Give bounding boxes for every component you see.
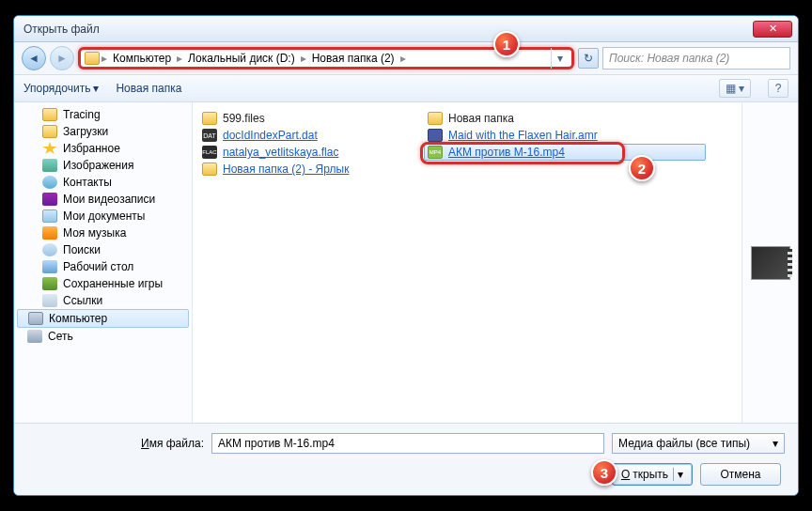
file-item-label: Maid with the Flaxen Hair.amr: [448, 129, 598, 142]
file-item-label: natalya_vetlitskaya.flac: [223, 146, 338, 159]
bottom-panel: Имя файла: Медиа файлы (все типы) ▾ 3 От…: [14, 423, 798, 495]
file-item[interactable]: 599.files: [198, 110, 424, 127]
sidebar-item[interactable]: Компьютер: [17, 309, 189, 328]
folder-icon: [85, 52, 100, 65]
back-button[interactable]: ◄: [22, 46, 46, 70]
dialog-body: TracingЗагрузкиИзбранноеИзображенияКонта…: [14, 102, 798, 423]
callout-3: 3: [591, 459, 617, 486]
filename-input[interactable]: [211, 433, 604, 454]
breadcrumb-item[interactable]: Локальный диск (D:): [184, 52, 299, 65]
open-button[interactable]: Открыть ▾: [612, 463, 693, 486]
sidebar-item-label: Tracing: [63, 108, 101, 121]
file-item-label: Новая папка: [448, 112, 514, 125]
file-item-label: АКМ против М-16.mp4: [448, 146, 565, 159]
sidebar-item[interactable]: Сохраненные игры: [14, 275, 192, 292]
titlebar[interactable]: Открыть файл ✕: [14, 16, 798, 42]
cancel-button[interactable]: Отмена: [700, 463, 781, 486]
sidebar-item-label: Моя музыка: [63, 226, 126, 240]
view-mode-button[interactable]: ▦ ▾: [719, 79, 751, 98]
chevron-right-icon[interactable]: ▸: [102, 52, 107, 65]
flac-icon: FLAC: [202, 146, 217, 159]
forward-button[interactable]: ►: [50, 46, 74, 70]
sidebar-item[interactable]: Поиски: [14, 241, 192, 258]
sidebar-item-label: Ссылки: [63, 294, 102, 307]
music-icon: [42, 226, 57, 240]
folder-icon: [202, 112, 217, 125]
doc-icon: [42, 209, 57, 223]
amr-icon: [428, 129, 443, 142]
sidebar-item[interactable]: Изображения: [14, 157, 192, 174]
close-button[interactable]: ✕: [753, 21, 792, 38]
file-item[interactable]: Новая папка (2) - Ярлык: [198, 161, 424, 178]
sidebar-item[interactable]: Избранное: [14, 140, 192, 157]
search-input[interactable]: Поиск: Новая папка (2): [602, 47, 790, 70]
refresh-button[interactable]: ↻: [578, 48, 599, 69]
net-icon: [27, 330, 42, 343]
folder-icon: [202, 163, 217, 176]
new-folder-button[interactable]: Новая папка: [116, 82, 181, 95]
folder-icon: [42, 125, 57, 138]
sidebar-item-label: Загрузки: [63, 125, 108, 138]
open-file-dialog: Открыть файл ✕ ◄ ► ▸ Компьютер ▸ Локальн…: [13, 15, 799, 496]
sidebar-item[interactable]: Рабочий стол: [14, 258, 192, 275]
sidebar-item-label: Сохраненные игры: [63, 277, 163, 290]
desk-icon: [42, 260, 57, 273]
sidebar-item-label: Рабочий стол: [63, 260, 133, 273]
chevron-right-icon[interactable]: ▸: [301, 52, 306, 65]
preview-pane: [742, 102, 798, 423]
sidebar[interactable]: TracingЗагрузкиИзбранноеИзображенияКонта…: [14, 102, 193, 423]
sidebar-item-label: Поиски: [63, 243, 101, 256]
vid-icon: [42, 193, 57, 206]
nav-row: ◄ ► ▸ Компьютер ▸ Локальный диск (D:) ▸ …: [14, 42, 798, 74]
sidebar-item-label: Контакты: [63, 176, 112, 189]
file-item[interactable]: DATdocIdIndexPart.dat: [198, 127, 424, 144]
chevron-right-icon[interactable]: ▸: [400, 52, 406, 65]
breadcrumb-item[interactable]: Новая папка (2): [308, 52, 398, 65]
file-item[interactable]: Новая папка: [424, 110, 706, 127]
file-list[interactable]: 599.filesDATdocIdIndexPart.datFLACnataly…: [193, 102, 742, 423]
game-icon: [42, 277, 57, 290]
filename-label: Имя файла:: [27, 437, 204, 450]
breadcrumb-item[interactable]: Компьютер: [109, 52, 175, 65]
sidebar-item[interactable]: Контакты: [14, 174, 192, 191]
sidebar-item-label: Изображения: [63, 159, 133, 172]
callout-2: 2: [629, 155, 655, 181]
chevron-right-icon[interactable]: ▸: [177, 52, 182, 65]
sidebar-item[interactable]: Tracing: [14, 106, 192, 123]
sidebar-item[interactable]: Загрузки: [14, 123, 192, 140]
filename-row: Имя файла: Медиа файлы (все типы) ▾: [27, 433, 785, 454]
sidebar-item-label: Избранное: [63, 142, 120, 155]
button-row: 3 Открыть ▾ Отмена: [27, 463, 785, 486]
chevron-down-icon: ▾: [93, 82, 99, 95]
folder-icon: [42, 108, 57, 121]
file-item-label: Новая папка (2) - Ярлык: [223, 163, 349, 176]
sidebar-item[interactable]: Мои документы: [14, 208, 192, 225]
dat-icon: DAT: [202, 129, 217, 142]
file-type-filter[interactable]: Медиа файлы (все типы) ▾: [612, 433, 785, 454]
sidebar-item-label: Мои документы: [63, 209, 145, 223]
file-item-label: 599.files: [223, 112, 265, 125]
sidebar-item[interactable]: Сеть: [14, 328, 192, 345]
file-item[interactable]: FLACnatalya_vetlitskaya.flac: [198, 144, 424, 161]
sidebar-item-label: Сеть: [48, 330, 73, 343]
filter-label: Медиа файлы (все типы): [618, 437, 750, 450]
sidebar-item[interactable]: Мои видеозаписи: [14, 191, 192, 208]
help-button[interactable]: ?: [768, 79, 789, 98]
sidebar-item-label: Компьютер: [49, 312, 107, 325]
search-icon: [42, 243, 57, 256]
user-icon: [42, 176, 57, 189]
organize-menu[interactable]: Упорядочить ▾: [23, 82, 99, 95]
file-item[interactable]: MP4АКМ против М-16.mp4: [424, 144, 706, 161]
file-item[interactable]: Maid with the Flaxen Hair.amr: [424, 127, 706, 144]
sidebar-item[interactable]: Ссылки: [14, 292, 192, 309]
star-icon: [42, 142, 57, 155]
sidebar-item-label: Мои видеозаписи: [63, 193, 155, 206]
toolbar: Упорядочить ▾ Новая папка ▦ ▾ ?: [14, 74, 798, 102]
comp-icon: [28, 312, 43, 325]
folder-icon: [428, 112, 443, 125]
address-dropdown[interactable]: ▾: [551, 48, 568, 69]
sidebar-item[interactable]: Моя музыка: [14, 225, 192, 241]
window-title: Открыть файл: [23, 23, 753, 36]
chevron-down-icon: ▾: [673, 468, 683, 481]
img-icon: [42, 159, 57, 172]
